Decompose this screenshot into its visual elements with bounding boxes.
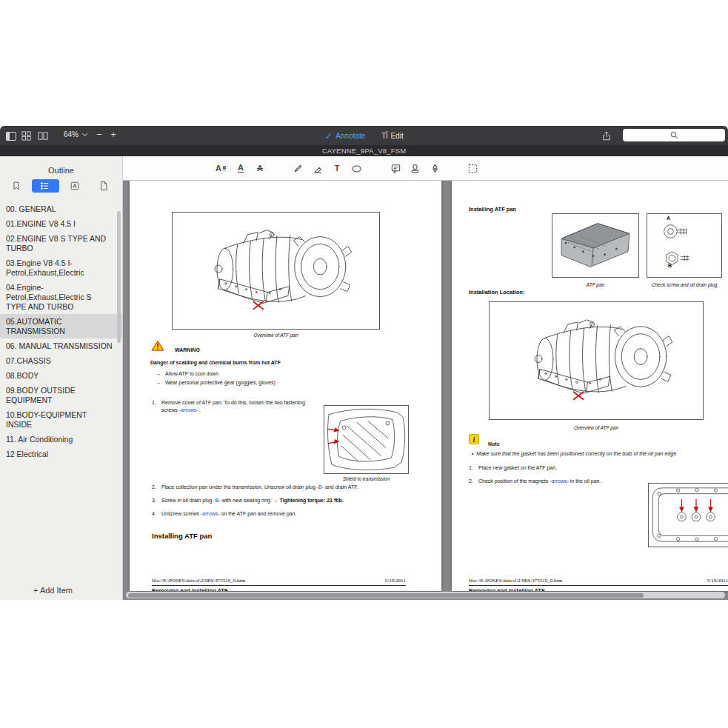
sidebar-outline-panel: Outline 00. GENERAL 01.ENGINE V8 4.5 I xyxy=(0,156,123,600)
text-tool-icon[interactable] xyxy=(329,160,345,176)
document-title: CAYENNE_9PA_V8_FSM xyxy=(322,147,407,155)
content-area: Outline 00. GENERAL 01.ENGINE V8 4.5 I xyxy=(0,156,728,600)
figure-caption: Overview of ATF pan xyxy=(172,333,380,338)
procedure-step-2: 2. Place collection pan under the transm… xyxy=(152,484,407,491)
outline-item[interactable]: 10.BODY-EQUIPMENT INSIDE xyxy=(0,407,122,432)
add-item-button[interactable]: + Add Item xyxy=(0,586,106,595)
text-edit-icon xyxy=(381,131,387,140)
b-link[interactable]: -B- xyxy=(213,498,220,503)
outline-item-selected[interactable]: 05.AUTOMATIC TRANSMISSION xyxy=(0,314,122,338)
annotation-summary-icon xyxy=(70,181,80,191)
outline-item[interactable]: 11. Air Conditioning xyxy=(0,432,122,447)
pencil-icon xyxy=(324,132,333,140)
next-page-header: Removing and installing ATF xyxy=(152,587,228,591)
outline-item[interactable]: 00. GENERAL xyxy=(0,201,122,216)
share-icon[interactable] xyxy=(600,130,612,142)
outline-item[interactable]: 09.BODY OUTSIDE EQUIPMENT xyxy=(0,383,122,407)
main-toolbar: 64% − + Annotate Edit xyxy=(0,126,728,145)
procedure-step-1: 1. Remove cover of ATF pan. To do this, … xyxy=(152,399,324,413)
note-tool-icon[interactable] xyxy=(387,160,404,176)
pdf-page-right: Installing ATF pan A B ATF pan Check scr… xyxy=(452,181,728,591)
note-text: • Make sure that the gasket has been pos… xyxy=(472,450,727,458)
sidebar-scrollbar[interactable] xyxy=(117,211,121,343)
figure-atf-pan xyxy=(552,213,639,278)
annotate-mode-button[interactable]: Annotate xyxy=(324,132,365,140)
tab-pages[interactable] xyxy=(90,179,118,193)
pdf-page-left: Overview of ATF pan WARNING Danger of sc… xyxy=(130,181,441,591)
figure-caption: Shield to transmission xyxy=(324,476,409,481)
figure-caption: ATF pan xyxy=(552,282,639,287)
next-page-header: Removing and installing ATF xyxy=(469,587,545,591)
arrow-glyph: → xyxy=(156,379,161,387)
horizontal-scrollbar-thumb[interactable] xyxy=(128,593,644,598)
outline-item[interactable]: 02.ENGINE V8 S TYPE AND TURBO xyxy=(0,231,122,256)
shape-tool-icon[interactable] xyxy=(348,160,364,176)
figure-atf-overview xyxy=(172,212,380,330)
b-link[interactable]: -B- xyxy=(317,484,324,490)
figure-pan-magnets xyxy=(648,483,728,547)
arrows-link[interactable]: -arrows- xyxy=(201,511,220,516)
document-titlebar: CAYENNE_9PA_V8_FSM xyxy=(0,145,728,156)
figure-shield xyxy=(324,405,409,474)
bookmark-icon xyxy=(11,181,21,191)
procedure-step-3: 3. Screw in oil drain plug -B- with new … xyxy=(152,497,407,504)
page-footer: file://E:\POSES\data\rl\2\9PA\375519_0.h… xyxy=(469,578,728,584)
outline-item[interactable]: 07.CHASSIS xyxy=(0,353,122,368)
note-title: Note xyxy=(488,441,500,448)
pages-viewport[interactable]: Overview of ATF pan WARNING Danger of sc… xyxy=(123,181,728,600)
strikethrough-tool-icon[interactable] xyxy=(252,160,268,176)
select-area-tool-icon[interactable] xyxy=(464,160,481,176)
horizontal-scrollbar[interactable] xyxy=(126,592,725,598)
eraser-tool-icon[interactable] xyxy=(309,160,325,176)
pen-tool-icon[interactable] xyxy=(290,160,306,176)
warning-title: WARNING xyxy=(175,347,200,354)
page-icon xyxy=(98,181,109,191)
torque-value: Tightening torque: 21 ftlb. xyxy=(280,498,344,503)
warning-icon xyxy=(151,340,164,355)
outline-item[interactable]: 03.Engine V8 4.5 I-Petrol,Exhaust,Electr… xyxy=(0,256,122,280)
procedure-step-1: 1. Place new gasket on the ATF pan. xyxy=(469,464,724,472)
label-a: A xyxy=(667,216,670,221)
signature-tool-icon[interactable] xyxy=(427,160,443,176)
outline-item[interactable]: 01.ENGINE V8 4.5 I xyxy=(0,216,122,231)
tab-bookmarks[interactable] xyxy=(2,179,30,193)
figure-check-screw-drain-plug xyxy=(647,213,722,278)
annotation-toolbar xyxy=(123,156,728,181)
note-icon xyxy=(469,434,479,444)
footer-date: 5/19/2011 xyxy=(385,578,406,584)
warning-instruction: → Wear personal protective gear (goggles… xyxy=(156,379,275,387)
installation-location-heading: Installation Location: xyxy=(469,289,524,295)
warning-instruction: → Allow ATF to cool down xyxy=(156,370,218,378)
annotate-label: Annotate xyxy=(335,132,365,140)
tab-annotations[interactable] xyxy=(61,179,89,193)
pdf-app-window: 64% − + Annotate Edit CAYENNE_9PA_V8_FSM xyxy=(0,126,728,600)
underline-tool-icon[interactable] xyxy=(233,160,249,176)
outline-item[interactable]: 06. MANUAL TRANSMISSION xyxy=(0,338,122,353)
figure-caption: Check screw and oil drain plug xyxy=(633,282,728,287)
footer-file-path: file://E:\POSES\data\rl\2\9PA\375519_0.h… xyxy=(469,578,562,584)
page-divider-line xyxy=(469,585,728,586)
outline-item[interactable]: 12 Electrical xyxy=(0,447,122,461)
procedure-step-4: 4. Unscrew screws -arrows- on the ATF pa… xyxy=(152,510,407,518)
arrows-link[interactable]: -arrows- xyxy=(179,407,198,413)
footer-file-path: file://E:\POSES\data\rl\2\9PA\375519_0.h… xyxy=(152,578,245,584)
outline-list: 00. GENERAL 01.ENGINE V8 4.5 I 02.ENGINE… xyxy=(0,201,122,461)
sidebar-title: Outline xyxy=(0,166,122,175)
document-area: Overview of ATF pan WARNING Danger of sc… xyxy=(123,156,728,600)
figure-atf-overview xyxy=(489,301,704,420)
arrows-link[interactable]: -arrows- xyxy=(550,478,569,484)
outline-item[interactable]: 08.BODY xyxy=(0,368,122,383)
mode-switcher: Annotate Edit xyxy=(0,126,728,145)
highlight-tool-icon[interactable] xyxy=(213,160,229,176)
page-divider-line xyxy=(152,585,406,586)
figure-caption: Overview of ATF pan xyxy=(489,425,704,430)
tab-outline[interactable] xyxy=(32,179,60,193)
stamp-tool-icon[interactable] xyxy=(407,160,423,176)
section-heading: Installing ATF pan xyxy=(152,532,212,540)
outline-item[interactable]: 04.Engine-Petrol,Exhaust,Electric S TYPE… xyxy=(0,280,122,314)
page-footer: file://E:\POSES\data\rl\2\9PA\375519_0.h… xyxy=(152,578,406,584)
search-input[interactable] xyxy=(623,129,725,141)
edit-mode-button[interactable]: Edit xyxy=(381,131,403,140)
outline-list-icon xyxy=(40,181,50,191)
warning-subtitle: Danger of scalding and chemical burns fr… xyxy=(150,359,281,367)
